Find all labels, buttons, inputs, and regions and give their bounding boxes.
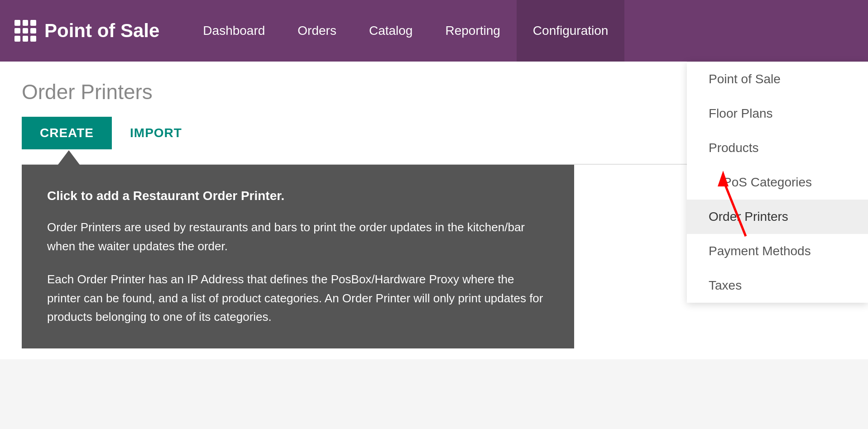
import-button[interactable]: IMPORT xyxy=(112,117,200,149)
dropdown-item-products[interactable]: Products xyxy=(687,131,868,165)
nav-catalog[interactable]: Catalog xyxy=(353,0,429,62)
nav-configuration[interactable]: Configuration xyxy=(517,0,625,62)
tooltip-arrow xyxy=(58,150,80,165)
configuration-dropdown: Point of Sale Floor Plans Products PoS C… xyxy=(687,62,868,303)
dropdown-item-order-printers[interactable]: Order Printers xyxy=(687,200,868,234)
apps-grid-icon[interactable] xyxy=(14,20,36,42)
dropdown-item-pos-categories[interactable]: PoS Categories xyxy=(687,165,868,200)
navbar-menu: Dashboard Orders Catalog Reporting Confi… xyxy=(187,0,854,62)
nav-orders[interactable]: Orders xyxy=(281,0,353,62)
brand-title: Point of Sale xyxy=(44,20,159,42)
dropdown-item-pos[interactable]: Point of Sale xyxy=(687,62,868,96)
nav-dashboard[interactable]: Dashboard xyxy=(187,0,281,62)
nav-reporting[interactable]: Reporting xyxy=(429,0,516,62)
dropdown-item-floor-plans[interactable]: Floor Plans xyxy=(687,96,868,131)
dropdown-item-payment-methods[interactable]: Payment Methods xyxy=(687,234,868,268)
brand-area[interactable]: Point of Sale xyxy=(14,20,159,42)
navbar: Point of Sale Dashboard Orders Catalog R… xyxy=(0,0,868,62)
tooltip-box: Click to add a Restaurant Order Printer.… xyxy=(22,165,574,348)
create-button[interactable]: CREATE xyxy=(22,117,112,149)
dropdown-item-taxes[interactable]: Taxes xyxy=(687,268,868,303)
tooltip-paragraph2: Each Order Printer has an IP Address tha… xyxy=(47,270,549,327)
tooltip-paragraph1: Order Printers are used by restaurants a… xyxy=(47,218,549,256)
page-title: Order Printers xyxy=(22,80,153,104)
tooltip-title: Click to add a Restaurant Order Printer. xyxy=(47,186,549,205)
